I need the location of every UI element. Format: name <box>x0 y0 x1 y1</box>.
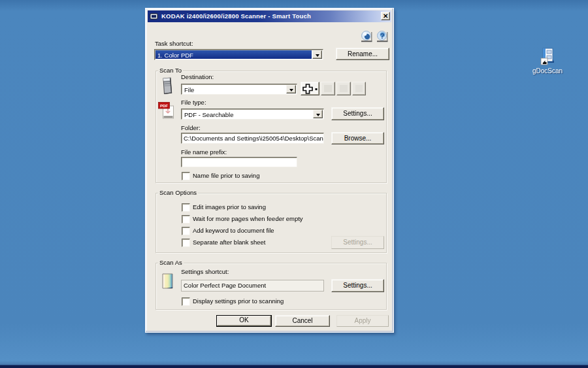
svg-text:PDF: PDF <box>160 104 168 108</box>
svg-text:?: ? <box>380 32 385 40</box>
